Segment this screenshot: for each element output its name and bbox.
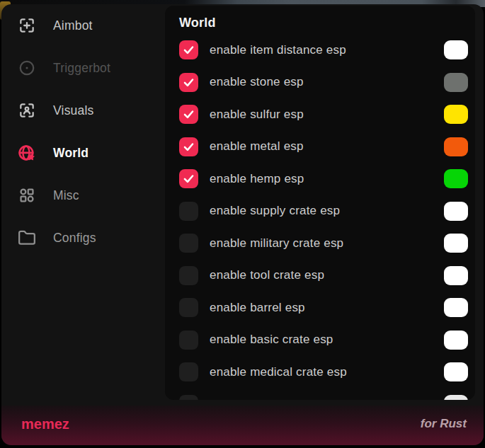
esp-options-list: enable item distance esp enable stone es… bbox=[179, 34, 468, 400]
esp-option-label: enable medical crate esp bbox=[210, 365, 347, 379]
sidebar-item-aimbot[interactable]: Aimbot bbox=[1, 4, 165, 47]
esp-option-label: enable tool crate esp bbox=[210, 268, 324, 282]
check-icon bbox=[182, 108, 195, 121]
check-icon bbox=[182, 140, 195, 154]
shapes-grid-icon bbox=[17, 186, 36, 205]
sidebar-item-world[interactable]: World bbox=[1, 132, 165, 174]
esp-option-row: enable stone esp bbox=[179, 67, 468, 99]
crosshair-plus-icon bbox=[17, 16, 36, 35]
check-icon bbox=[182, 172, 195, 185]
sidebar-item-label: Configs bbox=[53, 231, 96, 246]
esp-color-swatch[interactable] bbox=[444, 169, 468, 188]
esp-color-swatch[interactable] bbox=[444, 105, 468, 124]
sidebar-item-label: World bbox=[53, 146, 89, 161]
esp-option-label: enable military crate esp bbox=[210, 236, 343, 251]
esp-option-row: enable basic crate esp bbox=[179, 324, 468, 357]
esp-option-label: enable supply crate esp bbox=[210, 204, 340, 218]
esp-color-swatch[interactable] bbox=[444, 331, 468, 350]
esp-option-row: enable medical crate esp bbox=[179, 356, 468, 389]
esp-color-swatch[interactable] bbox=[444, 395, 468, 400]
esp-checkbox[interactable] bbox=[179, 137, 198, 156]
esp-option-row: enable item distance esp bbox=[179, 34, 468, 67]
esp-option-row: enable hemp esp bbox=[179, 163, 468, 195]
sidebar: Aimbot Triggerbot Visuals World Misc Con… bbox=[1, 4, 165, 259]
sidebar-item-label: Aimbot bbox=[53, 18, 93, 33]
esp-option-label: enable basic crate esp bbox=[210, 333, 333, 347]
sidebar-item-label: Misc bbox=[53, 188, 79, 203]
esp-option-label: enable sulfur esp bbox=[210, 108, 304, 122]
esp-option-row: enable military crate esp bbox=[179, 227, 468, 260]
page-title: World bbox=[179, 16, 468, 34]
sidebar-item-misc[interactable]: Misc bbox=[1, 174, 165, 217]
esp-checkbox[interactable] bbox=[179, 40, 198, 59]
person-scan-icon bbox=[17, 101, 36, 120]
esp-checkbox[interactable] bbox=[179, 298, 198, 317]
esp-option-row: enable barrel esp bbox=[179, 292, 468, 324]
esp-checkbox[interactable] bbox=[179, 169, 198, 188]
esp-checkbox[interactable] bbox=[179, 202, 198, 221]
esp-checkbox[interactable] bbox=[179, 362, 198, 381]
brand-logo: memez bbox=[21, 416, 69, 432]
sidebar-item-visuals[interactable]: Visuals bbox=[1, 89, 165, 132]
esp-option-label: enable barrel esp bbox=[210, 301, 305, 315]
esp-color-swatch[interactable] bbox=[444, 362, 468, 381]
esp-color-swatch[interactable] bbox=[444, 298, 468, 317]
cheat-menu-window: Aimbot Triggerbot Visuals World Misc Con… bbox=[1, 4, 484, 445]
esp-color-swatch[interactable] bbox=[444, 234, 468, 253]
sidebar-item-triggerbot[interactable]: Triggerbot bbox=[1, 47, 165, 89]
esp-checkbox[interactable] bbox=[179, 73, 198, 92]
esp-checkbox[interactable] bbox=[179, 395, 198, 400]
esp-option-row: enable metal esp bbox=[179, 131, 468, 163]
esp-option-label: enable item distance esp bbox=[210, 43, 346, 57]
esp-option-label: enable hemp esp bbox=[210, 172, 304, 186]
esp-option-label: enable metal esp bbox=[210, 139, 304, 154]
esp-option-row: enable tool crate esp bbox=[179, 260, 468, 292]
esp-checkbox[interactable] bbox=[179, 234, 198, 253]
esp-checkbox[interactable] bbox=[179, 331, 198, 350]
esp-option-label: enable stone esp bbox=[210, 75, 304, 89]
target-circle-icon bbox=[17, 59, 36, 78]
sidebar-item-label: Triggerbot bbox=[53, 61, 110, 76]
esp-option-row: enable supply crate esp bbox=[179, 195, 468, 228]
sidebar-item-label: Visuals bbox=[53, 103, 94, 118]
brand-suffix: for Rust bbox=[421, 417, 467, 431]
esp-checkbox[interactable] bbox=[179, 266, 198, 285]
esp-checkbox[interactable] bbox=[179, 105, 198, 124]
globe-star-icon bbox=[17, 144, 36, 163]
esp-color-swatch[interactable] bbox=[444, 202, 468, 221]
folder-icon bbox=[17, 229, 36, 248]
esp-color-swatch[interactable] bbox=[444, 73, 468, 92]
esp-color-swatch[interactable] bbox=[444, 137, 468, 156]
check-icon bbox=[182, 43, 195, 57]
esp-color-swatch[interactable] bbox=[444, 40, 468, 59]
check-icon bbox=[182, 76, 195, 89]
esp-color-swatch[interactable] bbox=[444, 266, 468, 285]
sidebar-item-configs[interactable]: Configs bbox=[1, 217, 165, 259]
world-panel: World enable item distance esp enable st… bbox=[165, 6, 475, 400]
footer-bar: memez for Rust bbox=[1, 406, 484, 445]
esp-option-row: enable sulfur esp bbox=[179, 98, 468, 131]
esp-option-row bbox=[179, 389, 468, 401]
